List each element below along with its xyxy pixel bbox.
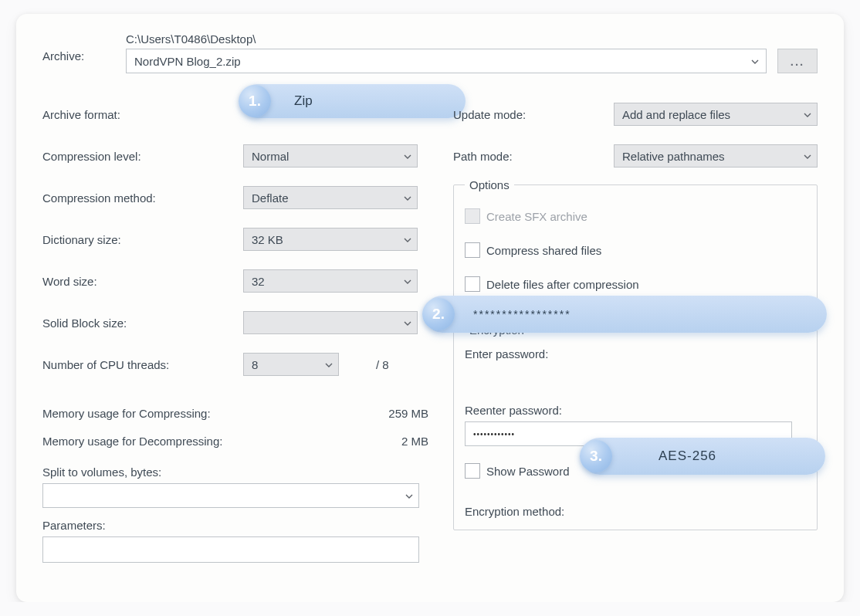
- cpu-threads-combo[interactable]: 8: [243, 353, 339, 376]
- browse-button[interactable]: ...: [777, 49, 818, 73]
- parameters-input[interactable]: [42, 536, 419, 563]
- mem-decompress-value: 2 MB: [401, 435, 428, 448]
- reenter-password-input[interactable]: ••••••••••••: [465, 421, 792, 446]
- cpu-threads-max: / 8: [376, 358, 389, 371]
- chevron-down-icon: [403, 234, 411, 242]
- archive-filename-value: NordVPN Blog_2.zip: [134, 55, 241, 68]
- parameters-label: Parameters:: [42, 519, 428, 532]
- chevron-down-icon: [324, 359, 332, 367]
- chevron-down-icon: [405, 490, 412, 498]
- mem-compress-label: Memory usage for Compressing:: [42, 407, 211, 420]
- delete-after-label: Delete files after compression: [486, 278, 639, 291]
- encryption-group: Encryption Enter password: Reenter passw…: [453, 323, 818, 530]
- reenter-password-label: Reenter password:: [465, 404, 806, 417]
- compression-level-combo[interactable]: Normal: [243, 144, 418, 168]
- compress-shared-label: Compress shared files: [486, 244, 601, 257]
- chevron-down-icon: [403, 317, 411, 325]
- compression-method-combo[interactable]: Deflate: [243, 186, 418, 209]
- add-to-archive-dialog: Archive: C:\Users\T0486\Desktop\ NordVPN…: [16, 14, 844, 602]
- chevron-down-icon: [803, 151, 811, 158]
- split-volumes-combo[interactable]: [42, 483, 419, 508]
- sfx-label: Create SFX archive: [486, 210, 587, 223]
- archive-format-label: Archive format:: [42, 108, 243, 121]
- word-size-combo[interactable]: 32: [243, 269, 418, 293]
- solid-block-combo[interactable]: [243, 311, 418, 334]
- chevron-down-icon: [403, 276, 411, 283]
- update-mode-combo[interactable]: Add and replace files: [614, 103, 818, 126]
- solid-block-label: Solid Block size:: [42, 316, 243, 330]
- encryption-legend: Encryption: [465, 323, 529, 337]
- word-size-label: Word size:: [42, 275, 243, 288]
- sfx-checkbox: [465, 208, 480, 224]
- chevron-down-icon: [403, 192, 411, 200]
- split-volumes-label: Split to volumes, bytes:: [42, 465, 428, 479]
- dictionary-size-label: Dictionary size:: [42, 233, 243, 246]
- mem-decompress-label: Memory usage for Decompressing:: [42, 435, 222, 448]
- mem-compress-value: 259 MB: [388, 407, 428, 420]
- compress-shared-checkbox[interactable]: [465, 242, 480, 258]
- show-password-checkbox[interactable]: [465, 463, 480, 479]
- chevron-down-icon: [803, 109, 811, 117]
- cpu-threads-label: Number of CPU threads:: [42, 358, 243, 371]
- archive-label: Archive:: [42, 32, 126, 63]
- chevron-down-icon: [750, 56, 758, 63]
- chevron-down-icon: [403, 151, 411, 158]
- dictionary-size-combo[interactable]: 32 KB: [243, 228, 418, 251]
- enter-password-label: Enter password:: [465, 347, 806, 360]
- path-mode-label: Path mode:: [453, 150, 614, 163]
- encryption-method-label: Encryption method:: [465, 505, 564, 518]
- archive-filename-combo[interactable]: NordVPN Blog_2.zip: [126, 49, 767, 73]
- path-mode-combo[interactable]: Relative pathnames: [614, 144, 818, 168]
- compression-level-label: Compression level:: [42, 150, 243, 163]
- compression-method-label: Compression method:: [42, 191, 243, 205]
- options-group: Options Create SFX archive Compress shar…: [453, 178, 818, 313]
- show-password-label: Show Password: [486, 465, 570, 478]
- update-mode-label: Update mode:: [453, 108, 614, 121]
- options-legend: Options: [465, 178, 514, 191]
- left-column: 1. Zip Archive format: Compression level…: [42, 93, 428, 563]
- right-column: Update mode: Add and replace files Path …: [453, 93, 818, 563]
- delete-after-checkbox[interactable]: [465, 276, 480, 292]
- archive-path: C:\Users\T0486\Desktop\: [126, 32, 818, 46]
